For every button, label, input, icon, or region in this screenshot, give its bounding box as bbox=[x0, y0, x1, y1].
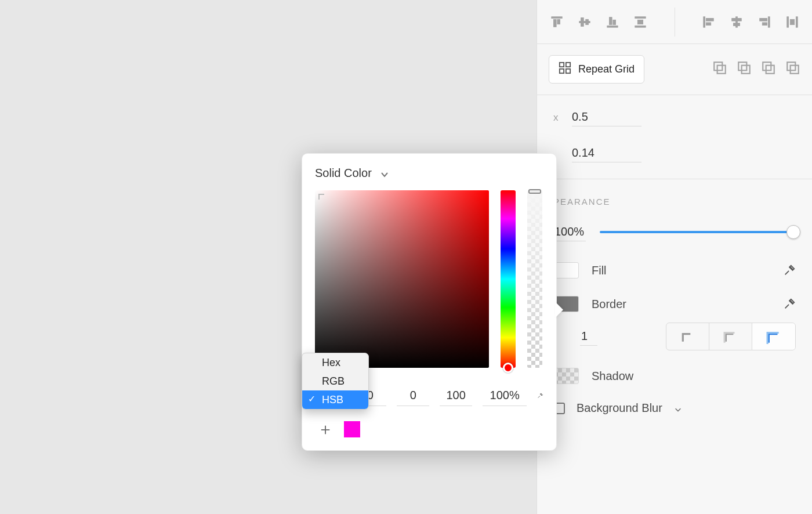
repeat-grid-label: Repeat Grid bbox=[578, 63, 635, 75]
svg-rect-11 bbox=[637, 20, 643, 24]
align-middle-icon[interactable] bbox=[577, 15, 593, 29]
add-swatch-button[interactable]: ＋ bbox=[315, 421, 336, 437]
svg-rect-6 bbox=[607, 26, 618, 27]
shadow-label: Shadow bbox=[592, 370, 633, 383]
repeat-grid-row: Repeat Grid bbox=[537, 44, 812, 95]
hue-slider[interactable] bbox=[501, 190, 516, 368]
align-bottom-icon[interactable] bbox=[604, 15, 621, 29]
color-mode-dropdown[interactable]: Solid Color bbox=[315, 166, 543, 180]
svg-rect-25 bbox=[566, 63, 570, 67]
saturation-input[interactable]: 0 bbox=[397, 385, 429, 406]
alpha-slider[interactable] bbox=[527, 190, 542, 368]
svg-rect-2 bbox=[557, 19, 560, 24]
position-section: X 0.5 0.14 bbox=[537, 95, 812, 179]
svg-rect-5 bbox=[586, 19, 589, 24]
alpha-slider-handle[interactable] bbox=[528, 189, 541, 194]
svg-rect-20 bbox=[762, 22, 767, 25]
svg-rect-0 bbox=[552, 16, 562, 18]
distribute-horizontal-icon[interactable] bbox=[784, 15, 800, 29]
svg-rect-29 bbox=[717, 66, 726, 74]
svg-rect-19 bbox=[760, 18, 767, 21]
fill-label: Fill bbox=[592, 264, 607, 277]
repeat-grid-button[interactable]: Repeat Grid bbox=[549, 55, 644, 84]
boolean-intersect-icon[interactable] bbox=[761, 60, 776, 78]
menu-item-label: Hex bbox=[322, 357, 340, 369]
opacity-input[interactable]: 100% bbox=[553, 223, 586, 241]
border-align-inner-icon[interactable] bbox=[666, 323, 709, 350]
appearance-section: PEARANCE 100% Fill Border 1 bbox=[537, 179, 812, 426]
menu-item-label: RGB bbox=[322, 375, 345, 388]
y-position-input[interactable]: 0.14 bbox=[572, 144, 641, 162]
align-right-icon[interactable] bbox=[756, 15, 773, 29]
boolean-exclude-icon[interactable] bbox=[785, 60, 800, 78]
svg-rect-35 bbox=[791, 66, 799, 74]
boolean-subtract-icon[interactable] bbox=[737, 60, 752, 78]
fill-color-swatch[interactable] bbox=[553, 262, 579, 278]
picker-eyedropper-icon[interactable] bbox=[537, 389, 543, 402]
svg-rect-4 bbox=[581, 17, 584, 26]
color-mode-label: Solid Color bbox=[315, 166, 372, 180]
fill-row: Fill bbox=[553, 262, 796, 278]
saved-swatches-row: ＋ bbox=[315, 421, 543, 437]
svg-rect-34 bbox=[787, 62, 795, 70]
background-blur-row: Background Blur bbox=[553, 401, 796, 415]
x-position-input[interactable]: 0.5 bbox=[572, 108, 641, 126]
border-options-row: 1 bbox=[580, 323, 796, 350]
border-row: Border bbox=[553, 296, 796, 312]
chevron-down-icon bbox=[380, 169, 389, 178]
align-group-horizontal bbox=[701, 15, 800, 29]
svg-rect-1 bbox=[554, 19, 557, 27]
align-center-icon[interactable] bbox=[728, 15, 745, 29]
shadow-row: Shadow bbox=[553, 368, 796, 384]
repeat-grid-icon bbox=[559, 61, 571, 77]
svg-rect-14 bbox=[706, 22, 710, 25]
svg-rect-31 bbox=[742, 66, 750, 74]
svg-rect-16 bbox=[732, 18, 742, 21]
distribute-vertical-icon[interactable] bbox=[632, 15, 648, 29]
hue-slider-handle[interactable] bbox=[503, 363, 513, 373]
svg-rect-21 bbox=[787, 16, 789, 27]
color-field-handle[interactable] bbox=[318, 194, 324, 200]
brightness-input[interactable]: 100 bbox=[440, 385, 472, 406]
align-left-icon[interactable] bbox=[701, 15, 717, 29]
color-saturation-brightness-field[interactable] bbox=[315, 190, 489, 368]
svg-rect-10 bbox=[635, 26, 646, 27]
svg-rect-30 bbox=[738, 62, 746, 70]
align-top-icon[interactable] bbox=[549, 15, 565, 29]
boolean-union-icon[interactable] bbox=[712, 60, 727, 78]
svg-rect-12 bbox=[704, 16, 705, 27]
color-mode-menu: Hex RGB ✓ HSB bbox=[302, 353, 369, 410]
boolean-operations-group bbox=[712, 60, 800, 78]
alignment-toolbar bbox=[537, 0, 812, 44]
appearance-section-title: PEARANCE bbox=[553, 197, 796, 207]
border-align-center-icon[interactable] bbox=[709, 323, 752, 350]
border-size-input[interactable]: 1 bbox=[580, 327, 597, 346]
shadow-color-swatch[interactable] bbox=[553, 368, 579, 384]
checkmark-icon: ✓ bbox=[308, 393, 316, 404]
inspector-panel: Repeat Grid X 0.5 0.14 PEARANCE 100% bbox=[536, 0, 812, 514]
opacity-slider-track bbox=[600, 231, 796, 233]
border-align-outer-icon[interactable] bbox=[752, 323, 795, 350]
alpha-input[interactable]: 100% bbox=[483, 385, 527, 406]
saved-swatch[interactable] bbox=[344, 421, 360, 437]
toolbar-divider bbox=[675, 8, 675, 37]
opacity-slider-thumb[interactable] bbox=[786, 225, 800, 239]
opacity-slider[interactable] bbox=[600, 226, 796, 238]
svg-rect-26 bbox=[560, 69, 564, 73]
svg-rect-18 bbox=[768, 16, 770, 27]
color-mode-option-hsb[interactable]: ✓ HSB bbox=[302, 390, 368, 409]
svg-rect-24 bbox=[560, 63, 564, 67]
color-mode-option-hex[interactable]: Hex bbox=[302, 353, 368, 372]
svg-rect-13 bbox=[706, 18, 713, 21]
color-mode-option-rgb[interactable]: RGB bbox=[302, 372, 368, 390]
background-blur-label: Background Blur bbox=[577, 401, 662, 415]
align-group-vertical bbox=[549, 15, 648, 29]
opacity-row: 100% bbox=[553, 223, 796, 241]
border-align-segmented bbox=[666, 323, 796, 350]
border-label: Border bbox=[592, 298, 626, 311]
chevron-down-icon[interactable] bbox=[674, 404, 682, 412]
border-eyedropper-icon[interactable] bbox=[783, 298, 796, 310]
fill-eyedropper-icon[interactable] bbox=[783, 264, 796, 277]
svg-rect-9 bbox=[635, 16, 646, 18]
svg-rect-7 bbox=[610, 17, 612, 24]
